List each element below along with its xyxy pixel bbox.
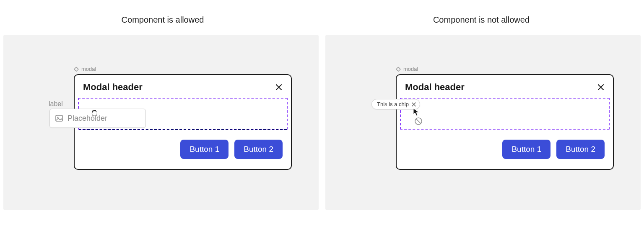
pointer-cursor-icon [413,108,420,116]
slot-dropzone[interactable] [400,98,610,130]
modal-header: Modal header [405,82,465,93]
modal: Modal header Button 1 Button 2 [396,74,614,170]
placeholder-text: Placeholder [68,114,107,123]
chip-label: This is a chip [377,101,409,107]
example-title-not-allowed: Component is not allowed [322,15,641,25]
not-allowed-icon [414,117,423,125]
component-tag-label: modal [403,66,418,72]
example-panel-not-allowed: modal Modal header Button 1 Button 2 Thi… [325,35,641,210]
close-icon[interactable] [597,83,605,91]
component-icon [74,67,79,72]
component-icon [396,67,401,72]
image-icon [55,114,63,122]
button-1[interactable]: Button 1 [180,140,229,159]
button-2[interactable]: Button 2 [234,140,283,159]
component-tag: modal [396,66,418,72]
svg-rect-0 [56,115,62,121]
component-tag: modal [74,66,96,72]
example-panel-allowed: modal Modal header Button 1 Button 2 lab… [3,35,319,210]
drag-label: label [49,100,63,108]
button-2[interactable]: Button 2 [556,140,605,159]
modal-header: Modal header [83,82,143,93]
component-tag-label: modal [81,66,96,72]
chip-close-icon[interactable] [411,102,416,107]
close-icon[interactable] [275,83,283,91]
button-1[interactable]: Button 1 [502,140,551,159]
svg-point-1 [57,117,59,118]
example-title-allowed: Component is allowed [3,15,322,25]
grab-cursor-icon [90,108,99,117]
